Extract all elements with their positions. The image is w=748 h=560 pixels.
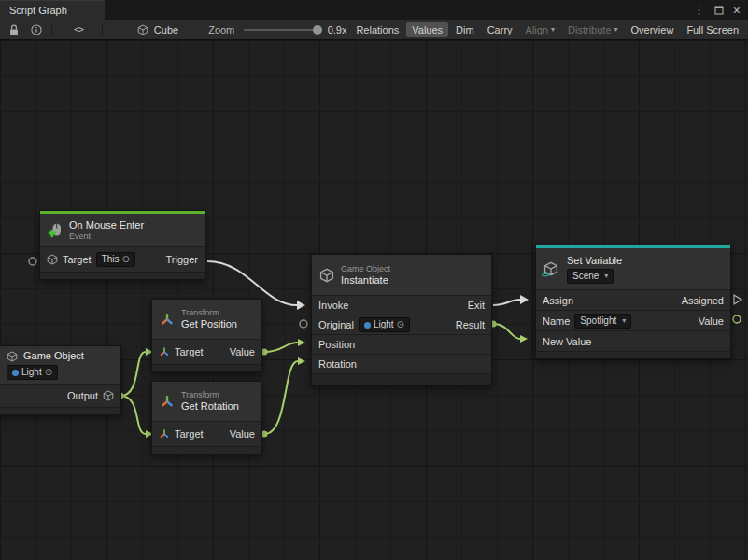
node-title: Game Object [23, 350, 84, 362]
align-button[interactable]: Align▾ [520, 22, 560, 37]
node-footer [536, 351, 730, 358]
port-label-value: Value [699, 315, 724, 327]
port-label-rotation: Rotation [318, 358, 357, 370]
this-object-field[interactable]: This ⊙ [96, 252, 135, 267]
mouse-enter-icon [48, 223, 63, 238]
port-instantiate-original[interactable] [300, 320, 307, 328]
window-controls: ⋮ × [694, 0, 748, 20]
chevron-down-icon: ▾ [622, 315, 626, 327]
chevron-down-icon: ▾ [604, 271, 608, 282]
node-on-mouse-enter[interactable]: On Mouse Enter Event Target This ⊙ Trigg… [39, 210, 205, 280]
transform-icon [160, 312, 175, 327]
light-object-field[interactable]: Light ⊙ [7, 365, 58, 380]
align-label: Align [526, 24, 548, 35]
lock-button[interactable] [4, 23, 24, 36]
info-button[interactable] [26, 23, 47, 36]
transform-icon [159, 428, 170, 440]
object-picker-icon[interactable]: ⊙ [45, 368, 52, 377]
flow-wire-exit-assign [493, 300, 520, 305]
node-light-object[interactable]: Game Object Light ⊙ Output [0, 345, 121, 415]
gameobject-type-icon [103, 390, 114, 401]
value-wire-position [264, 343, 298, 352]
graph-canvas[interactable]: On Mouse Enter Event Target This ⊙ Trigg… [0, 40, 748, 560]
node-get-rotation[interactable]: Transform Get Rotation Target Value [151, 381, 262, 455]
transform-icon [160, 394, 175, 409]
toolbar-separator [51, 23, 52, 36]
gameobject-icon [7, 351, 18, 362]
original-object-field[interactable]: Light ⊙ [359, 317, 410, 332]
gameobject-icon [47, 254, 58, 265]
node-title: On Mouse Enter [69, 219, 144, 231]
node-subtitle: Event [69, 231, 144, 242]
port-label-target: Target [63, 254, 92, 265]
dropdown-value: Spotlight [580, 315, 616, 327]
port-label-invoke: Invoke [318, 300, 348, 311]
port-label-target: Target [175, 428, 204, 440]
zoom-label: Zoom [208, 24, 234, 35]
port-label-new-value: New Value [543, 336, 591, 347]
node-set-variable[interactable]: <> Set Variable Scene ▾ Assign Assigned … [535, 245, 731, 359]
dim-button[interactable]: Dim [450, 22, 480, 37]
node-title: Instantiate [341, 274, 390, 287]
fullscreen-button[interactable]: Full Screen [681, 22, 744, 37]
node-title: Set Variable [567, 255, 622, 267]
light-icon [364, 322, 371, 329]
node-footer [152, 446, 261, 454]
port-label-value: Value [230, 346, 255, 357]
zoom-slider-knob[interactable] [313, 25, 322, 35]
node-title: Get Position [181, 318, 237, 330]
relations-button[interactable]: Relations [350, 22, 404, 37]
port-onmouseenter-target[interactable] [29, 258, 36, 265]
tab-title: Script Graph [9, 5, 67, 16]
object-picker-icon[interactable]: ⊙ [397, 320, 404, 329]
toolbar-separator [102, 23, 103, 36]
port-label-result: Result [456, 319, 485, 330]
variable-icon: <> [543, 261, 560, 276]
object-field-value: Light [374, 319, 394, 330]
carry-button[interactable]: Carry [482, 22, 518, 37]
maximize-button[interactable] [714, 6, 724, 15]
value-wire-light-getrotation [120, 396, 146, 434]
value-arrow-position [298, 339, 305, 346]
zoom-value: 0.9x [328, 24, 347, 35]
graph-toolbar: <> Cube Zoom 0.9x Relations Values Dim C… [0, 20, 748, 40]
chevron-down-icon: ▾ [551, 25, 555, 34]
port-label-exit: Exit [468, 300, 485, 311]
port-label-trigger: Trigger [166, 254, 198, 265]
port-label-target: Target [175, 346, 204, 357]
object-field-value: Light [21, 367, 42, 378]
node-category: Transform [181, 390, 239, 400]
node-instantiate[interactable]: Game Object Instantiate Invoke Exit Orig… [311, 254, 492, 386]
port-label-position: Position [318, 339, 355, 350]
node-get-position[interactable]: Transform Get Position Target Value [151, 299, 262, 372]
flow-arrow-invoke [297, 301, 305, 310]
port-label-assign: Assign [543, 295, 573, 306]
object-field-value: This [102, 254, 120, 265]
node-footer [312, 373, 491, 385]
tab-script-graph[interactable]: Script Graph [0, 0, 105, 20]
flow-arrow-assign [520, 295, 529, 304]
variable-brackets-icon: <> [542, 271, 548, 279]
port-label-name: Name [543, 315, 570, 327]
value-wire-light-getposition [120, 352, 146, 396]
edit-code-button[interactable]: <> [70, 24, 87, 35]
variable-scope-dropdown[interactable]: Scene ▾ [567, 269, 614, 284]
light-icon [12, 370, 19, 376]
kebab-menu-icon[interactable]: ⋮ [694, 5, 705, 16]
graph-name: Cube [154, 24, 178, 35]
zoom-slider[interactable] [244, 29, 318, 31]
distribute-button[interactable]: Distribute▾ [562, 22, 623, 37]
object-picker-icon[interactable]: ⊙ [121, 255, 129, 264]
close-button[interactable]: × [733, 4, 741, 17]
variable-name-dropdown[interactable]: Spotlight ▾ [574, 314, 631, 329]
node-footer [40, 272, 205, 279]
value-wire-rotation [264, 361, 298, 434]
overview-button[interactable]: Overview [626, 22, 680, 37]
maximize-icon [714, 6, 724, 15]
node-category: Transform [181, 308, 237, 318]
transform-icon [159, 346, 170, 357]
value-arrow-rotation [298, 357, 305, 365]
port-setvariable-assigned[interactable] [734, 295, 741, 304]
port-setvariable-value[interactable] [733, 315, 741, 323]
values-button[interactable]: Values [406, 22, 448, 37]
